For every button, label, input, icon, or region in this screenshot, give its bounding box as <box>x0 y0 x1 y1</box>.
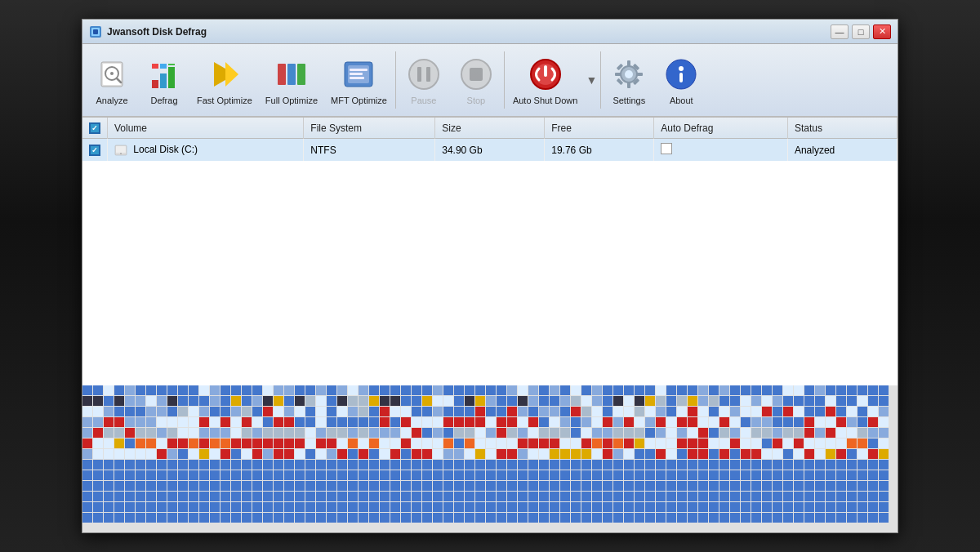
disk-map-canvas <box>82 385 898 532</box>
title-bar: Jwansoft Disk Defrag — □ ✕ <box>82 20 898 44</box>
window-title: Jwansoft Disk Defrag <box>107 26 831 38</box>
dropdown-arrow[interactable]: ▼ <box>584 73 599 87</box>
pause-icon <box>404 55 443 94</box>
svg-rect-21 <box>350 69 368 71</box>
col-filesystem: File System <box>304 118 435 139</box>
disk-table-area: Volume File System Size Free Auto Defrag… <box>82 118 898 252</box>
filesystem-cell: NTFS <box>304 139 435 162</box>
size-cell: 34.90 Gb <box>435 139 545 162</box>
main-content: Volume File System Size Free Auto Defrag… <box>82 118 898 532</box>
table-row[interactable]: Local Disk (C:) NTFS 34.90 Gb 19.76 Gb A… <box>82 139 898 162</box>
svg-rect-25 <box>417 67 421 82</box>
svg-rect-36 <box>615 73 621 76</box>
maximize-button[interactable]: □ <box>852 24 870 39</box>
full-optimize-button[interactable]: Full Optimize <box>259 51 324 109</box>
auto-shutdown-label: Auto Shut Down <box>513 96 578 105</box>
svg-rect-46 <box>116 146 126 153</box>
svg-rect-23 <box>350 77 364 79</box>
svg-point-33 <box>625 70 633 78</box>
app-icon <box>89 25 102 38</box>
stop-icon <box>457 55 496 94</box>
svg-rect-26 <box>426 67 430 82</box>
mft-optimize-label: MFT Optimize <box>331 96 387 105</box>
svg-rect-28 <box>470 68 483 81</box>
col-autodefrag: Auto Defrag <box>654 118 788 139</box>
toolbar: Analyze Defrag <box>82 44 898 118</box>
settings-label: Settings <box>612 96 645 105</box>
svg-rect-8 <box>152 80 158 88</box>
disk-table: Volume File System Size Free Auto Defrag… <box>82 118 898 161</box>
free-cell: 19.76 Gb <box>545 139 654 162</box>
row-checkbox[interactable] <box>89 145 100 156</box>
svg-rect-31 <box>544 65 547 77</box>
stop-label: Stop <box>467 96 486 105</box>
svg-rect-16 <box>278 64 286 85</box>
analyze-button[interactable]: Analyze <box>86 51 138 109</box>
defrag-icon <box>145 55 184 94</box>
col-volume: Volume <box>108 118 304 139</box>
settings-button[interactable]: Settings <box>603 51 655 109</box>
svg-rect-9 <box>160 73 167 88</box>
defrag-label: Defrag <box>150 96 177 105</box>
analyze-label: Analyze <box>96 96 127 105</box>
svg-rect-11 <box>152 64 158 69</box>
empty-area <box>82 252 898 385</box>
close-button[interactable]: ✕ <box>873 24 891 39</box>
svg-rect-34 <box>627 60 630 67</box>
fast-optimize-button[interactable]: Fast Optimize <box>190 51 259 109</box>
stop-button[interactable]: Stop <box>450 51 502 109</box>
svg-rect-17 <box>287 64 296 85</box>
disk-map <box>82 385 898 532</box>
svg-rect-2 <box>93 29 98 34</box>
svg-marker-15 <box>225 62 238 87</box>
about-icon <box>662 55 701 94</box>
col-free: Free <box>545 118 654 139</box>
col-status: Status <box>787 118 897 139</box>
minimize-button[interactable]: — <box>831 24 849 39</box>
fast-optimize-label: Fast Optimize <box>197 96 252 105</box>
auto-shutdown-button[interactable]: Auto Shut Down <box>506 51 585 109</box>
col-check <box>82 118 108 139</box>
separator-1 <box>395 51 396 109</box>
svg-point-24 <box>409 60 439 89</box>
select-all-checkbox[interactable] <box>89 122 100 134</box>
pause-button[interactable]: Pause <box>398 51 450 109</box>
about-label: About <box>670 96 693 105</box>
svg-point-47 <box>120 153 122 154</box>
autodefrag-cell <box>654 139 788 162</box>
analyze-icon <box>92 55 131 94</box>
svg-rect-13 <box>168 64 175 65</box>
full-optimize-icon <box>272 55 311 94</box>
status-cell: Analyzed <box>787 139 897 162</box>
separator-3 <box>600 51 601 109</box>
volume-cell: Local Disk (C:) <box>108 139 304 162</box>
svg-rect-12 <box>160 64 167 69</box>
row-check-cell <box>82 139 108 162</box>
main-window: Jwansoft Disk Defrag — □ ✕ Analyze <box>82 19 898 533</box>
svg-rect-22 <box>350 73 363 75</box>
svg-rect-18 <box>297 64 305 85</box>
svg-point-43 <box>679 66 684 71</box>
pause-label: Pause <box>411 96 436 105</box>
separator-2 <box>504 51 505 109</box>
about-button[interactable]: About <box>655 51 707 109</box>
col-size: Size <box>435 118 545 139</box>
mft-optimize-icon <box>339 55 378 94</box>
svg-rect-10 <box>168 67 175 88</box>
svg-rect-37 <box>636 73 643 76</box>
window-controls: — □ ✕ <box>831 24 891 39</box>
defrag-button[interactable]: Defrag <box>138 51 190 109</box>
mft-optimize-button[interactable]: MFT Optimize <box>324 51 394 109</box>
auto-shutdown-icon <box>526 55 565 94</box>
full-optimize-label: Full Optimize <box>265 96 318 105</box>
svg-rect-35 <box>627 82 630 88</box>
svg-point-6 <box>110 72 114 75</box>
svg-rect-44 <box>679 73 683 82</box>
autodefrag-checkbox[interactable] <box>661 143 672 154</box>
settings-icon <box>609 55 648 94</box>
fast-optimize-icon <box>205 55 244 94</box>
